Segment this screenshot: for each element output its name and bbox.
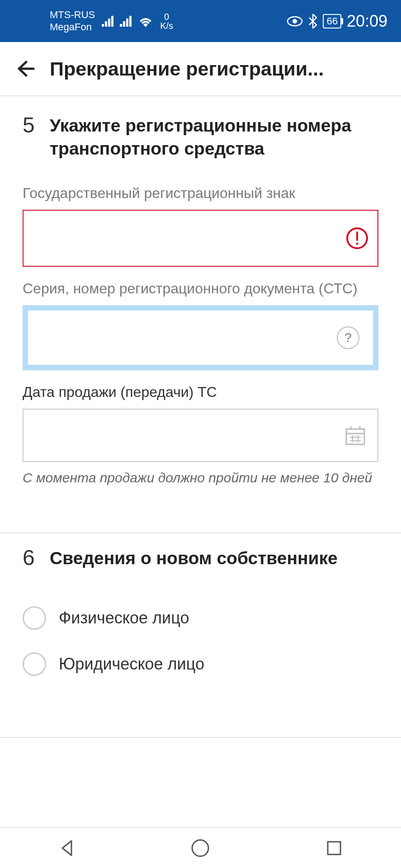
registration-sign-label: Государственный регистрационный знак bbox=[23, 185, 378, 202]
nav-back-icon[interactable] bbox=[56, 837, 78, 859]
nav-recent-icon[interactable] bbox=[323, 837, 345, 859]
section-5-title: Укажите регистрационные номера транспорт… bbox=[50, 114, 378, 160]
error-icon bbox=[346, 227, 368, 250]
radio-circle-icon bbox=[23, 652, 46, 676]
svg-point-21 bbox=[192, 840, 208, 856]
section-6-header: 6 Сведения о новом собственнике bbox=[23, 547, 378, 570]
section-6-title: Сведения о новом собственнике bbox=[50, 547, 338, 570]
app-header: Прекращение регистрации... bbox=[0, 42, 401, 96]
sale-date-input[interactable] bbox=[35, 410, 366, 461]
status-right: 66 20:09 bbox=[287, 12, 387, 31]
signal-icon bbox=[120, 16, 134, 27]
back-arrow-icon[interactable] bbox=[14, 57, 36, 80]
radio-legal-entity[interactable]: Юридическое лицо bbox=[23, 641, 378, 687]
status-bar: MTS-RUS MegaFon 0 K/s 66 20:09 bbox=[0, 0, 401, 42]
carrier-names: MTS-RUS MegaFon bbox=[50, 9, 95, 33]
wifi-icon bbox=[138, 15, 153, 27]
svg-rect-22 bbox=[328, 842, 340, 854]
nav-home-icon[interactable] bbox=[189, 837, 211, 859]
doc-number-input-wrap: ? bbox=[23, 305, 378, 370]
signal-icon bbox=[102, 16, 116, 27]
registration-sign-input-wrap bbox=[23, 210, 378, 267]
sale-date-input-wrap bbox=[23, 409, 378, 462]
registration-sign-input[interactable] bbox=[33, 211, 368, 266]
carrier-1: MTS-RUS bbox=[50, 9, 95, 21]
svg-rect-3 bbox=[111, 16, 113, 27]
sale-date-hint: С момента продажи должно пройти не менее… bbox=[23, 469, 378, 487]
sale-date-label: Дата продажи (передачи) ТС bbox=[23, 384, 378, 401]
owner-type-radio-group: Физическое лицо Юридическое лицо bbox=[23, 595, 378, 687]
data-speed: 0 K/s bbox=[160, 12, 173, 30]
battery-indicator: 66 bbox=[323, 14, 341, 28]
eye-icon bbox=[287, 16, 303, 27]
svg-rect-4 bbox=[120, 24, 122, 27]
field-doc-number: Серия, номер регистрационного документа … bbox=[23, 280, 378, 370]
radio-legal-label: Юридическое лицо bbox=[59, 655, 204, 674]
step-number-6: 6 bbox=[23, 547, 38, 570]
svg-rect-1 bbox=[105, 21, 107, 27]
section-5-header: 5 Укажите регистрационные номера транспо… bbox=[23, 114, 378, 160]
section-6: 6 Сведения о новом собственнике Физическ… bbox=[0, 533, 401, 719]
radio-individual[interactable]: Физическое лицо bbox=[23, 595, 378, 641]
doc-number-label: Серия, номер регистрационного документа … bbox=[23, 280, 378, 297]
page-title: Прекращение регистрации... bbox=[50, 58, 324, 80]
svg-rect-7 bbox=[129, 16, 132, 27]
svg-rect-6 bbox=[126, 19, 128, 27]
svg-point-12 bbox=[356, 243, 359, 245]
clock-time: 20:09 bbox=[347, 12, 387, 31]
svg-point-9 bbox=[292, 19, 297, 24]
section-divider bbox=[0, 737, 401, 738]
svg-rect-2 bbox=[108, 19, 110, 27]
battery-level: 66 bbox=[326, 15, 337, 27]
status-left: MTS-RUS MegaFon 0 K/s bbox=[50, 9, 173, 33]
field-registration-sign: Государственный регистрационный знак bbox=[23, 185, 378, 267]
section-5: 5 Укажите регистрационные номера транспо… bbox=[0, 96, 401, 514]
doc-number-input[interactable] bbox=[37, 311, 364, 365]
data-unit: K/s bbox=[160, 21, 173, 30]
svg-rect-5 bbox=[123, 21, 125, 27]
data-amount: 0 bbox=[164, 12, 169, 21]
radio-circle-icon bbox=[23, 606, 46, 630]
step-number-5: 5 bbox=[23, 114, 38, 160]
nav-bar bbox=[0, 827, 401, 868]
calendar-icon[interactable] bbox=[344, 425, 366, 446]
bluetooth-icon bbox=[308, 14, 317, 28]
radio-individual-label: Физическое лицо bbox=[59, 609, 189, 627]
field-sale-date: Дата продажи (передачи) ТС С момента про… bbox=[23, 384, 378, 487]
signal-icons bbox=[102, 15, 153, 27]
svg-rect-0 bbox=[102, 24, 104, 27]
carrier-2: MegaFon bbox=[50, 21, 95, 33]
